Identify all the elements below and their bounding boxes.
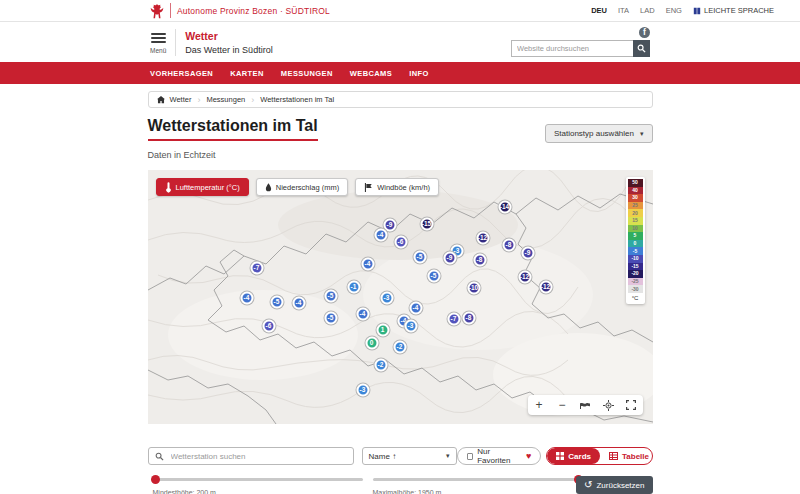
site-search-button[interactable] bbox=[633, 40, 650, 57]
nav-item-karten[interactable]: KARTEN bbox=[230, 69, 264, 78]
legend-stop: 15 bbox=[628, 217, 643, 225]
min-height-label: Mindesthöhe: 200 m bbox=[153, 489, 216, 494]
station-marker[interactable]: -9 bbox=[443, 252, 456, 265]
map-layer-buttons: Lufttemperatur (°C)Niederschlag (mm)Wind… bbox=[156, 178, 440, 196]
legend-stop: -10 bbox=[628, 255, 643, 263]
language-lad[interactable]: LAD bbox=[640, 6, 655, 15]
nav-item-webcams[interactable]: WEBCAMS bbox=[350, 69, 392, 78]
station-marker[interactable]: -12 bbox=[518, 271, 531, 284]
menu-button[interactable]: Menü bbox=[150, 31, 166, 54]
station-marker[interactable]: -8 bbox=[462, 312, 475, 325]
station-marker[interactable]: -3 bbox=[404, 320, 417, 333]
station-marker[interactable]: -5 bbox=[270, 296, 283, 309]
page-subtitle: Daten in Echtzeit bbox=[148, 150, 653, 160]
station-marker[interactable]: -4 bbox=[292, 297, 305, 310]
easy-language-icon bbox=[693, 7, 701, 15]
legend-stop: -25 bbox=[628, 278, 643, 286]
fullscreen-icon bbox=[626, 400, 636, 410]
zoom-in-control[interactable]: + bbox=[528, 395, 551, 415]
sort-select[interactable]: Name ↑ ▾ bbox=[362, 447, 457, 465]
station-marker[interactable]: -5 bbox=[324, 290, 337, 303]
layer-button-thermometer[interactable]: Lufttemperatur (°C) bbox=[156, 178, 249, 196]
nav-item-messungen[interactable]: MESSUNGEN bbox=[281, 69, 333, 78]
station-marker[interactable]: -2 bbox=[393, 341, 406, 354]
temperature-legend: 5040302520151050-5-10-15-20-25-30 °C bbox=[626, 177, 645, 304]
reset-icon: ↺ bbox=[584, 480, 592, 490]
language-deu[interactable]: DEU bbox=[591, 6, 607, 15]
header-divider bbox=[175, 29, 176, 56]
station-marker[interactable]: -7 bbox=[250, 262, 263, 275]
station-marker[interactable]: -4 bbox=[356, 308, 369, 321]
breadcrumb-item[interactable]: Messungen bbox=[206, 95, 245, 104]
breadcrumb-separator: › bbox=[251, 95, 254, 105]
logo-divider bbox=[170, 3, 171, 18]
station-marker[interactable]: 0 bbox=[365, 337, 378, 350]
station-marker[interactable]: -2 bbox=[374, 359, 387, 372]
min-height-slider[interactable] bbox=[153, 478, 363, 481]
table-icon bbox=[609, 452, 618, 460]
layer-label: Lufttemperatur (°C) bbox=[176, 183, 240, 192]
locate-control[interactable] bbox=[597, 395, 620, 415]
station-marker[interactable]: -14 bbox=[498, 201, 511, 214]
heart-icon: ♥ bbox=[526, 452, 531, 461]
station-marker[interactable]: -8 bbox=[502, 239, 515, 252]
station-search-input[interactable] bbox=[169, 451, 347, 462]
language-eng[interactable]: ENG bbox=[666, 6, 682, 15]
station-marker[interactable]: -12 bbox=[539, 281, 552, 294]
reset-button[interactable]: ↺ Zurücksetzen bbox=[576, 476, 652, 494]
breadcrumb-item[interactable]: Wetter bbox=[170, 95, 192, 104]
flag-control-control[interactable] bbox=[574, 395, 597, 415]
site-title[interactable]: Wetter bbox=[185, 30, 272, 42]
station-marker[interactable]: -9 bbox=[521, 247, 534, 260]
favorites-filter[interactable]: Nur Favoriten ♥ bbox=[457, 447, 542, 465]
facebook-icon[interactable]: f bbox=[639, 27, 650, 38]
droplet-icon bbox=[265, 183, 272, 192]
weather-map[interactable]: Lufttemperatur (°C)Niederschlag (mm)Wind… bbox=[148, 170, 653, 424]
station-marker[interactable]: -3 bbox=[356, 384, 369, 397]
station-marker[interactable]: -5 bbox=[427, 270, 440, 283]
locate-icon bbox=[603, 400, 614, 411]
station-marker[interactable]: -4 bbox=[374, 229, 387, 242]
easy-language-link[interactable]: LEICHTE SPRACHE bbox=[693, 6, 774, 15]
layer-button-flag[interactable]: Windböe (km/h) bbox=[355, 178, 439, 196]
station-marker[interactable]: -4 bbox=[240, 292, 253, 305]
legend-stop: -5 bbox=[628, 247, 643, 255]
thermometer-icon bbox=[165, 182, 172, 193]
station-marker[interactable]: -5 bbox=[324, 312, 337, 325]
layer-button-droplet[interactable]: Niederschlag (mm) bbox=[256, 178, 348, 196]
legend-stop: 10 bbox=[628, 225, 643, 233]
station-marker[interactable]: -1 bbox=[347, 281, 360, 294]
favorites-checkbox[interactable] bbox=[467, 453, 474, 460]
station-marker[interactable]: -15 bbox=[420, 218, 433, 231]
station-marker[interactable]: 1 bbox=[376, 324, 389, 337]
map-controls: +− bbox=[528, 395, 643, 415]
station-marker[interactable]: -7 bbox=[447, 313, 460, 326]
station-marker[interactable]: -5 bbox=[413, 251, 426, 264]
station-marker[interactable]: -6 bbox=[262, 320, 275, 333]
filter-bar: Name ↑ ▾ Nur Favoriten ♥ Cards bbox=[148, 447, 653, 465]
fullscreen-control[interactable] bbox=[620, 395, 643, 415]
station-marker[interactable]: -4 bbox=[409, 302, 422, 315]
provincia-logo[interactable]: Autonome Provinz Bozen · SÜDTIROL bbox=[150, 3, 330, 19]
site-search-input[interactable] bbox=[511, 40, 633, 57]
breadcrumb-items: Wetter›Messungen›Wetterstationen im Tal bbox=[170, 95, 335, 105]
zoom-out-control[interactable]: − bbox=[551, 395, 574, 415]
view-table-button[interactable]: Tabelle bbox=[600, 448, 653, 464]
favorites-label: Nur Favoriten bbox=[477, 447, 522, 465]
language-ita[interactable]: ITA bbox=[618, 6, 629, 15]
station-type-dropdown[interactable]: Stationstyp auswählen ▾ bbox=[545, 124, 653, 143]
station-marker[interactable]: -3 bbox=[380, 292, 393, 305]
station-marker[interactable]: -6 bbox=[394, 236, 407, 249]
station-marker[interactable]: -8 bbox=[473, 254, 486, 267]
min-height-slider-handle[interactable] bbox=[151, 475, 160, 484]
nav-item-vorhersagen[interactable]: VORHERSAGEN bbox=[150, 69, 213, 78]
table-label: Tabelle bbox=[622, 452, 649, 461]
station-marker[interactable]: -10 bbox=[467, 282, 480, 295]
view-cards-button[interactable]: Cards bbox=[547, 448, 600, 464]
station-marker[interactable]: -4 bbox=[361, 258, 374, 271]
logo-text: Autonome Provinz Bozen · SÜDTIROL bbox=[177, 6, 330, 16]
nav-item-info[interactable]: INFO bbox=[409, 69, 429, 78]
station-marker[interactable]: -12 bbox=[476, 232, 489, 245]
breadcrumb-item[interactable]: Wetterstationen im Tal bbox=[260, 95, 334, 104]
max-height-slider[interactable] bbox=[373, 478, 581, 481]
